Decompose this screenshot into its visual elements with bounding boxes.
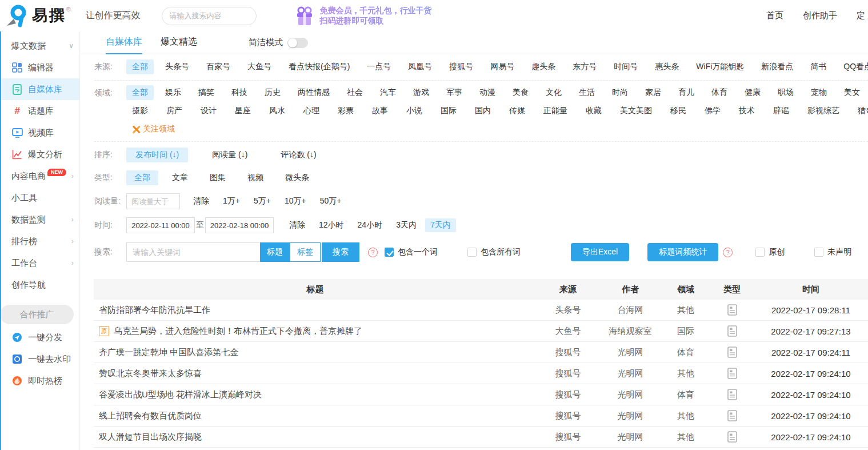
table-row[interactable]: 原 谷爱凌出战U型场地 花样滑冰上演巅峰对决 搜狐号 光明网 体育 [94, 384, 868, 405]
source-chip[interactable]: QQ看点 [838, 59, 868, 74]
row-title-cell[interactable]: 原 乌克兰局势，进入危险性时刻！布林肯正式下令撤离，普京摊牌了 [94, 326, 537, 337]
domain-chip[interactable]: 美女 [838, 85, 866, 100]
sidebar-item-realtime-hotlist[interactable]: 即时热榜 [0, 370, 79, 392]
sidebar-group-workbench[interactable]: 工作台 › [0, 252, 79, 274]
domain-chip[interactable]: 星座 [229, 103, 257, 118]
source-chip[interactable]: 趣头条 [526, 59, 561, 74]
date-to-input[interactable] [205, 217, 274, 233]
time-option[interactable]: 12小时 [314, 218, 349, 232]
search-button[interactable]: 搜索 [322, 242, 359, 262]
domain-chip[interactable]: 收藏 [580, 103, 607, 118]
source-chip[interactable]: WiFi万能钥匙 [690, 59, 750, 74]
export-excel-button[interactable]: 导出Excel [571, 243, 629, 261]
type-chip[interactable]: 文章 [164, 170, 196, 185]
sidebar-item-media-library[interactable]: 自媒体库 [0, 78, 79, 100]
header-search-box[interactable] [162, 7, 257, 25]
domain-chip[interactable]: 职场 [772, 85, 799, 100]
sidebar-group-content-ecommerce[interactable]: 内容电商 NEW › [0, 165, 79, 187]
readcount-option[interactable]: 5万+ [249, 194, 276, 208]
table-row[interactable]: 原 乌克兰局势，进入危险性时刻！布林肯正式下令撤离，普京摊牌了 大鱼号 海纳观察… [94, 321, 868, 342]
nav-creation-assistant[interactable]: 创作助手 [803, 10, 837, 21]
domain-chip[interactable]: 科技 [226, 85, 253, 100]
domain-chip[interactable]: 健康 [739, 85, 766, 100]
sidebar-item-topic-library[interactable]: # 话题库 [0, 100, 79, 122]
nav-home[interactable]: 首页 [766, 10, 783, 21]
row-title-cell[interactable]: 原 双人滑短节目出场次序揭晓 [94, 432, 537, 443]
search-help-icon[interactable]: ? [368, 248, 378, 257]
domain-chip[interactable]: 小说 [401, 103, 428, 118]
domain-chip[interactable]: 设计 [195, 103, 222, 118]
readcount-option[interactable]: 10万+ [279, 194, 311, 208]
time-option[interactable]: 7天内 [425, 218, 456, 232]
domain-chip[interactable]: 辟谣 [767, 103, 795, 118]
domain-chip[interactable]: 故事 [366, 103, 394, 118]
domain-chip[interactable]: 动漫 [474, 85, 501, 100]
checkbox-unchecked[interactable] [755, 248, 765, 257]
domain-chip[interactable]: 历史 [259, 85, 286, 100]
domain-chip[interactable]: 宠物 [805, 85, 833, 100]
source-chip[interactable]: 一点号 [361, 59, 397, 74]
sidebar-group-tools[interactable]: 小工具 [0, 187, 79, 209]
source-chip[interactable]: 惠头条 [649, 59, 685, 74]
table-row[interactable]: 原 齐广璞一跳定乾坤 中国队喜添第七金 搜狐号 光明网 体育 [94, 342, 868, 363]
domain-chip[interactable]: 汽车 [374, 85, 402, 100]
keyword-input[interactable] [126, 242, 260, 262]
source-chip[interactable]: 看点快报(企鹅号) [283, 59, 355, 74]
domain-chip[interactable]: 摄影 [126, 103, 154, 118]
domain-chip[interactable]: 游戏 [407, 85, 435, 100]
sort-chip[interactable]: 评论数 (↓) [271, 148, 325, 162]
domain-chip[interactable]: 娱乐 [159, 85, 187, 100]
checkbox-checked[interactable] [385, 248, 394, 257]
search-by-tag-button[interactable]: 标签 [290, 242, 321, 262]
table-row[interactable]: 原 省防指部署今年防汛抗旱工作 头条号 台海网 其他 20 [94, 300, 868, 321]
header-search-input[interactable] [169, 11, 270, 20]
follow-domains-link[interactable]: 关注领域 [132, 124, 868, 134]
source-chip[interactable]: 简书 [805, 59, 832, 74]
table-row[interactable]: 原 欣赏谷爱凌比赛“子弹时间” 搜狐号 光明网 其他 20 [94, 448, 868, 450]
domain-chip[interactable]: 时尚 [606, 85, 634, 100]
nav-more-cutoff[interactable]: 定 [857, 10, 865, 21]
domain-chip[interactable]: 体育 [706, 85, 733, 100]
sort-chip[interactable]: 发布时间 (↓) [126, 148, 188, 162]
sidebar-item-editor[interactable]: 编辑器 [0, 57, 79, 78]
time-option[interactable]: 清除 [284, 218, 310, 232]
source-chip[interactable]: 百家号 [201, 59, 236, 74]
source-chip[interactable]: 网易号 [485, 59, 520, 74]
source-chip[interactable]: 全部 [126, 59, 154, 74]
domain-chip[interactable]: 房产 [161, 103, 188, 118]
domain-chip[interactable]: 育儿 [673, 85, 700, 100]
readcount-option[interactable]: 50万+ [315, 194, 347, 208]
row-title-cell[interactable]: 原 省防指部署今年防汛抗旱工作 [94, 305, 537, 316]
row-title-cell[interactable]: 原 谷爱凌出战U型场地 花样滑冰上演巅峰对决 [94, 389, 537, 400]
tab-media-library[interactable]: 自媒体库 [106, 31, 142, 54]
domain-chip[interactable]: 社会 [341, 85, 369, 100]
title-word-frequency-button[interactable]: 标题词频统计 [647, 243, 718, 261]
undeclared-checkbox[interactable]: 未声明 [814, 247, 851, 257]
source-chip[interactable]: 时间号 [608, 59, 643, 74]
domain-chip[interactable]: 移民 [665, 103, 692, 118]
sidebar-item-one-click-distribute[interactable]: 一键分发 [0, 326, 79, 348]
source-chip[interactable]: 新浪看点 [755, 59, 799, 74]
search-by-title-button[interactable]: 标题 [260, 242, 290, 262]
domain-chip[interactable]: 影视综艺 [802, 103, 845, 118]
time-option[interactable]: 3天内 [391, 218, 422, 232]
type-chip[interactable]: 图集 [202, 170, 234, 185]
table-row[interactable]: 原 线上招聘会有数百优质岗位 搜狐号 光明网 其他 202 [94, 405, 868, 427]
domain-chip[interactable]: 美食 [507, 85, 534, 100]
sidebar-group-data-monitor[interactable]: 数据监测 › [0, 209, 79, 230]
domain-chip[interactable]: 佛学 [699, 103, 726, 118]
type-chip[interactable]: 微头条 [277, 170, 317, 185]
source-chip[interactable]: 大鱼号 [242, 59, 277, 74]
domain-chip[interactable]: 生活 [573, 85, 601, 100]
tab-hot-featured[interactable]: 爆文精选 [161, 31, 197, 54]
domain-chip[interactable]: 传媒 [503, 103, 531, 118]
domain-chip[interactable]: 文化 [540, 85, 567, 100]
source-chip[interactable]: 凤凰号 [402, 59, 438, 74]
logo[interactable]: 易撰 ® [6, 4, 70, 28]
sort-chip[interactable]: 阅读量 (↓) [203, 148, 257, 162]
source-chip[interactable]: 搜狐号 [443, 59, 479, 74]
domain-chip[interactable]: 军事 [441, 85, 468, 100]
sidebar-item-hot-analysis[interactable]: 爆文分析 [0, 144, 79, 165]
time-option[interactable]: 24小时 [353, 218, 388, 232]
sidebar-item-video-library[interactable]: 视频库 [0, 122, 79, 144]
